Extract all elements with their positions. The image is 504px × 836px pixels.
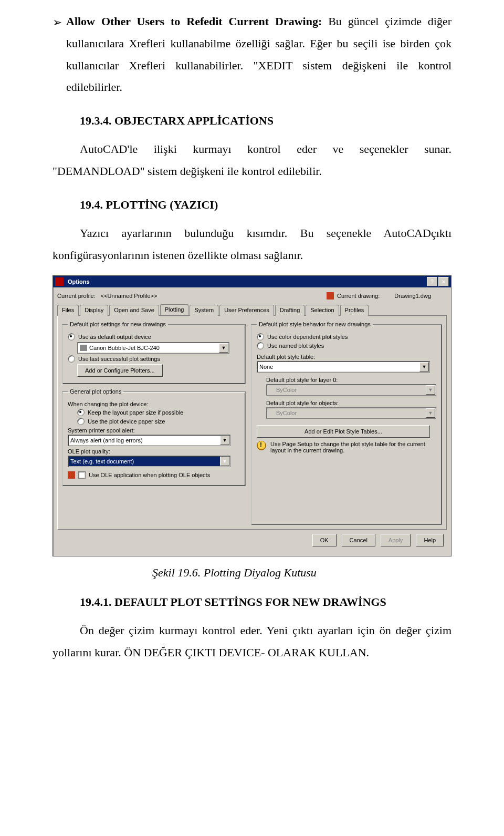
group-general-legend: General plot options [68, 388, 123, 395]
lightbulb-icon [257, 441, 266, 450]
figure-caption: Şekil 19.6. Plotting Diyalog Kutusu [52, 566, 452, 580]
paragraph-1941-text: Ön değer çizim kurmayı kontrol eder. Yen… [52, 624, 452, 659]
radio-icon [257, 333, 264, 340]
paragraph-objectarx-text: AutoCAD'le ilişki kurmayı kontrol eder v… [52, 142, 452, 178]
cancel-button[interactable]: Cancel [342, 534, 375, 546]
radio-named-label: Use named plot styles [267, 343, 324, 349]
ole-app-label: Use OLE application when plotting OLE ob… [89, 472, 210, 478]
radio-keep-layout-label: Keep the layout paper size if possible [88, 409, 183, 416]
style-objects-dropdown: ByColor ▼ [266, 407, 436, 419]
radio-icon [77, 418, 85, 425]
drawing-icon [327, 292, 334, 300]
chevron-down-icon: ▼ [219, 343, 228, 353]
default-printer-dropdown[interactable]: Canon Bubble-Jet BJC-240 ▼ [77, 342, 229, 354]
dialog-titlebar[interactable]: Options ? ✕ [53, 276, 451, 287]
close-icon[interactable]: ✕ [438, 277, 449, 286]
chevron-down-icon: ▼ [220, 457, 229, 466]
radio-use-device-paper-size[interactable]: Use the plot device paper size [68, 418, 240, 425]
group-default-plot-settings: Default plot settings for new drawings U… [62, 321, 246, 384]
drawing-icon [68, 471, 75, 479]
group-general-plot-options: General plot options When changing the p… [62, 388, 246, 486]
when-changing-label: When changing the plot device: [68, 401, 240, 407]
spool-alert-dropdown[interactable]: Always alert (and log errors) ▼ [68, 435, 230, 446]
ole-application-checkbox[interactable]: Use OLE application when plotting OLE ob… [68, 471, 240, 479]
tab-display[interactable]: Display [80, 305, 108, 316]
bullet-title: Allow Other Users to Refedit Current Dra… [66, 15, 322, 28]
default-printer-value: Canon Bubble-Jet BJC-240 [89, 345, 160, 351]
spool-alert-value: Always alert (and log errors) [70, 437, 143, 443]
radio-color-dep-label: Use color dependent plot styles [267, 334, 348, 340]
ole-quality-value: Text (e.g. text document) [70, 458, 134, 465]
tab-user-prefs[interactable]: User Preferences [219, 305, 274, 316]
dialog-title: Options [66, 278, 427, 285]
current-profile-label: Current profile: [57, 293, 96, 299]
radio-icon [77, 409, 85, 416]
help-button-icon[interactable]: ? [427, 277, 437, 286]
paragraph-objectarx: AutoCAD'le ilişki kurmayı kontrol eder v… [52, 138, 452, 182]
heading-194: 19.4. PLOTTİNG (YAZICI) [52, 198, 452, 212]
default-style-table-label: Default plot style table: [257, 354, 436, 360]
style-objects-label: Default plot style for objects: [257, 400, 436, 406]
tab-body-plotting: Default plot settings for new drawings U… [57, 316, 447, 530]
default-style-table-dropdown[interactable]: None ▼ [257, 361, 430, 373]
ole-quality-dropdown[interactable]: Text (e.g. text document) ▼ [68, 456, 230, 467]
group-default-plot-legend: Default plot settings for new drawings [68, 321, 168, 327]
tab-strip: Files Display Open and Save Plotting Sys… [57, 304, 447, 316]
options-dialog: Options ? ✕ Current profile: <<Unnamed P… [52, 275, 452, 556]
default-style-table-value: None [259, 364, 273, 370]
radio-named-styles[interactable]: Use named plot styles [257, 342, 436, 349]
paragraph-plotting: Yazıcı ayarlarının bulunduğu kısımdır. B… [52, 222, 452, 266]
apply-button[interactable]: Apply [381, 534, 411, 546]
current-drawing-value: Drawing1.dwg [394, 293, 431, 299]
app-icon [55, 277, 64, 286]
chevron-down-icon: ▼ [220, 436, 229, 445]
tab-open-save[interactable]: Open and Save [109, 305, 159, 316]
chevron-down-icon: ▼ [426, 385, 435, 395]
group-plot-style-behavior: Default plot style behavior for new draw… [251, 321, 442, 525]
ok-button[interactable]: OK [312, 534, 337, 546]
current-drawing-label: Current drawing: [337, 293, 380, 299]
tab-selection[interactable]: Selection [306, 305, 339, 316]
tab-drafting[interactable]: Drafting [275, 305, 305, 316]
paragraph-default-plot-settings: Ön değer çizim kurmayı kontrol eder. Yen… [52, 620, 452, 664]
checkbox-icon [78, 471, 86, 479]
paragraph-plotting-text: Yazıcı ayarlarının bulunduğu kısımdır. B… [52, 226, 452, 262]
radio-keep-layout-size[interactable]: Keep the layout paper size if possible [68, 409, 240, 416]
tab-plotting[interactable]: Plotting [160, 304, 189, 315]
style-layer0-label: Default plot style for layer 0: [257, 377, 436, 383]
style-layer0-dropdown: ByColor ▼ [266, 384, 436, 396]
group-style-behavior-legend: Default plot style behavior for new draw… [257, 321, 373, 327]
radio-use-default-label: Use as default output device [78, 334, 151, 340]
chevron-down-icon: ▼ [426, 408, 435, 418]
radio-icon [68, 355, 75, 363]
radio-icon [68, 333, 75, 340]
add-edit-style-tables-button[interactable]: Add or Edit Plot Style Tables... [257, 425, 430, 438]
tip-text: Use Page Setup to change the plot style … [270, 441, 436, 453]
page-setup-tip: Use Page Setup to change the plot style … [257, 441, 436, 453]
ole-quality-label: OLE plot quality: [68, 448, 240, 455]
bullet-arrow-icon: ➢ [52, 12, 62, 34]
style-layer0-value: ByColor [276, 387, 297, 393]
chevron-down-icon: ▼ [419, 362, 429, 371]
printer-icon [80, 345, 87, 351]
radio-use-paper-label: Use the plot device paper size [88, 418, 165, 425]
radio-use-last-successful[interactable]: Use last successful plot settings [68, 355, 240, 363]
heading-1941: 19.4.1. DEFAULT PLOT SETTİNGS FOR NEW DR… [52, 595, 452, 609]
tab-system[interactable]: System [190, 305, 218, 316]
current-profile-value: <<Unnamed Profile>> [101, 293, 311, 299]
bullet-paragraph: ➢ Allow Other Users to Refedit Current D… [52, 11, 452, 98]
dialog-button-row: OK Cancel Apply Help [57, 530, 447, 552]
radio-icon [257, 342, 264, 349]
style-objects-value: ByColor [276, 410, 297, 416]
add-configure-plotters-button[interactable]: Add or Configure Plotters... [77, 364, 163, 377]
radio-use-default-device[interactable]: Use as default output device [68, 333, 240, 340]
tab-profiles[interactable]: Profiles [340, 305, 369, 316]
profile-row: Current profile: <<Unnamed Profile>> Cur… [57, 291, 447, 301]
radio-color-dependent-styles[interactable]: Use color dependent plot styles [257, 333, 436, 340]
heading-1934: 19.3.4. OBJECTARX APPLİCATİONS [52, 114, 452, 128]
help-button[interactable]: Help [416, 534, 444, 546]
tab-files[interactable]: Files [57, 305, 79, 316]
radio-use-last-label: Use last successful plot settings [78, 356, 160, 362]
spool-alert-label: System printer spool alert: [68, 427, 240, 434]
